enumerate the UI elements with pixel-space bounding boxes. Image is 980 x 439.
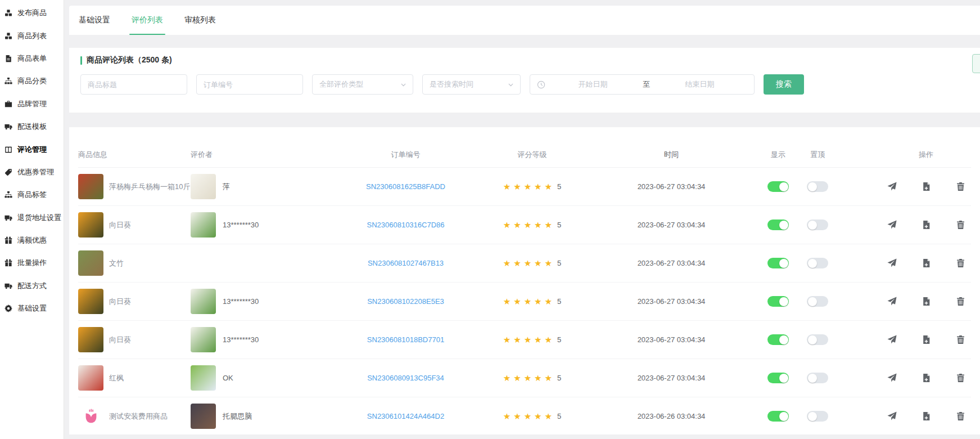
add-note-button[interactable] (921, 258, 931, 268)
sidebar-item-2[interactable]: 商品表单 (0, 47, 64, 70)
date-range-picker[interactable]: 开始日期 至 结束日期 (530, 74, 755, 95)
file-plus-icon (922, 220, 931, 230)
rating-cell: ★★★★★5 (480, 297, 584, 307)
delete-button[interactable] (955, 373, 965, 383)
top-toggle[interactable] (807, 373, 828, 383)
sidebar-item-9[interactable]: 退货地址设置 (0, 207, 64, 229)
reply-button[interactable] (887, 335, 897, 345)
sidebar-item-label: 配送模板 (17, 122, 47, 132)
order-number-link[interactable]: SN230608102208E5E3 (367, 297, 444, 306)
sidebar-item-0[interactable]: 发布商品 (0, 2, 64, 24)
sidebar-item-12[interactable]: 配送方式 (0, 275, 64, 297)
add-note-button[interactable] (921, 297, 931, 307)
order-no-input[interactable] (196, 74, 303, 95)
delete-button[interactable] (955, 182, 965, 192)
add-note-button[interactable] (921, 182, 931, 192)
reply-button[interactable] (887, 373, 897, 383)
review-type-select[interactable]: 全部评价类型 (312, 74, 413, 95)
reviewer-avatar (191, 365, 216, 391)
table-row: 向日葵13*******30SN230608102208E5E3★★★★★520… (78, 283, 971, 321)
actions-cell (881, 373, 971, 383)
reply-button[interactable] (887, 258, 897, 268)
show-toggle[interactable] (767, 373, 789, 383)
top-toggle[interactable] (807, 181, 828, 192)
product-title-input[interactable] (80, 74, 187, 95)
show-toggle[interactable] (767, 258, 789, 268)
add-note-button[interactable] (921, 220, 931, 230)
top-toggle[interactable] (807, 296, 828, 307)
sidebar-item-label: 发布商品 (17, 8, 47, 18)
top-toggle[interactable] (807, 258, 828, 268)
column-header: 评分等级 (480, 150, 584, 160)
sidebar-item-4[interactable]: 品牌管理 (0, 93, 64, 115)
top-toggle[interactable] (807, 411, 828, 422)
order-number-link[interactable]: SN2306081018BD7701 (367, 335, 444, 344)
order-number-link[interactable]: SN2306081625B8FADD (366, 182, 445, 191)
sidebar-item-8[interactable]: 商品标签 (0, 183, 64, 206)
top-cell (798, 334, 837, 345)
tab-label: 基础设置 (79, 15, 110, 25)
paper-plane-icon (887, 220, 897, 230)
sidebar-item-7[interactable]: 优惠券管理 (0, 161, 64, 183)
sidebar-item-6[interactable]: 评论管理 (0, 138, 64, 160)
sidebar-item-10[interactable]: 满额优惠 (0, 229, 64, 252)
add-note-button[interactable] (921, 335, 931, 345)
rating-value: 5 (557, 259, 561, 267)
time-search-select[interactable]: 是否搜索时间 (422, 74, 521, 95)
file-icon (4, 54, 13, 62)
reply-button[interactable] (887, 411, 897, 422)
show-toggle[interactable] (767, 296, 789, 307)
rating-cell: ★★★★★5 (480, 220, 584, 230)
sidebar-item-11[interactable]: 批量操作 (0, 252, 64, 274)
delete-button[interactable] (955, 220, 965, 230)
reply-button[interactable] (887, 297, 897, 307)
actions-cell (881, 411, 971, 422)
reply-button[interactable] (887, 182, 897, 192)
delete-button[interactable] (955, 411, 965, 422)
product-cell: 测试安装费用商品 (78, 404, 191, 429)
clock-icon (537, 80, 545, 89)
sidebar-item-label: 商品列表 (17, 31, 47, 41)
product-name: 红枫 (109, 373, 124, 383)
search-button[interactable]: 搜索 (764, 74, 804, 95)
delete-button[interactable] (955, 258, 965, 268)
show-toggle[interactable] (767, 220, 789, 230)
star-rating: ★★★★★ (503, 220, 555, 230)
tab-1[interactable]: 评价列表 (132, 6, 163, 35)
sidebar-item-1[interactable]: 商品列表 (0, 24, 64, 47)
reply-button[interactable] (887, 220, 897, 230)
order-cell: SN2306080913C95F34 (331, 374, 480, 382)
reviewer-name: 托腮思脑 (223, 411, 252, 422)
time-cell: 2023-06-27 03:04:34 (584, 259, 758, 267)
show-toggle[interactable] (767, 181, 789, 192)
order-number-link[interactable]: SN2306081027467B13 (368, 259, 444, 267)
order-number-link[interactable]: SN2306080913C95F34 (367, 374, 444, 382)
delete-button[interactable] (955, 297, 965, 307)
tab-2[interactable]: 审核列表 (184, 6, 216, 35)
truck-icon (4, 213, 13, 222)
show-toggle[interactable] (767, 334, 789, 345)
show-cell (758, 181, 798, 192)
sidebar-item-3[interactable]: 商品分类 (0, 70, 64, 92)
file-plus-icon (922, 182, 931, 191)
show-toggle[interactable] (767, 411, 789, 422)
column-header: 操作 (881, 150, 971, 160)
top-toggle[interactable] (807, 334, 828, 345)
order-number-link[interactable]: SN2306101424A464D2 (367, 412, 444, 420)
delete-button[interactable] (955, 335, 965, 345)
review-list-panel: 商品评论列表（2500 条) + 新 全部评价类型 是否搜索时间 开始日期 至 … (69, 48, 980, 113)
reviewer-avatar (191, 212, 216, 238)
sidebar-item-13[interactable]: 基础设置 (0, 297, 64, 320)
sidebar-item-5[interactable]: 配送模板 (0, 115, 64, 138)
add-note-button[interactable] (921, 373, 931, 383)
trash-icon (956, 297, 965, 306)
file-plus-icon (922, 373, 931, 383)
paper-plane-icon (887, 297, 897, 306)
order-number-link[interactable]: SN23060810316C7D86 (367, 221, 444, 229)
add-new-button[interactable]: + 新 (972, 54, 980, 73)
tag-icon (4, 168, 13, 176)
tab-0[interactable]: 基础设置 (79, 6, 110, 35)
sidebar-item-label: 商品表单 (17, 53, 47, 64)
add-note-button[interactable] (921, 411, 931, 422)
top-toggle[interactable] (807, 220, 828, 230)
